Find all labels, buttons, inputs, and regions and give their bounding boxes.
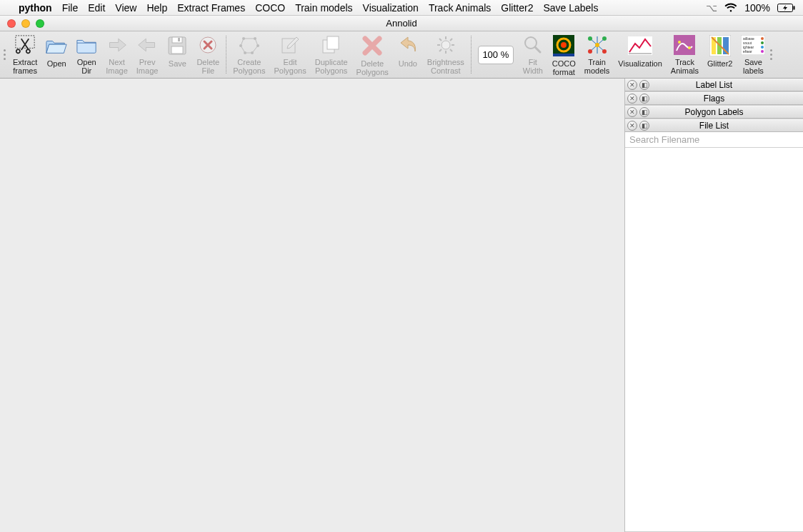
delete-file-button[interactable]: Delete File	[192, 33, 224, 76]
coco-icon	[553, 35, 574, 56]
scissors-icon	[15, 35, 35, 55]
svg-rect-2	[16, 36, 34, 49]
panel-polygon-labels: ✕ ◧ Polygon Labels	[625, 106, 803, 119]
pencil-edit-icon	[281, 35, 299, 55]
window-zoom-button[interactable]	[36, 19, 44, 28]
panel-detach-button[interactable]: ◧	[639, 107, 649, 117]
save-button[interactable]: Save	[162, 33, 192, 76]
menu-edit[interactable]: Edit	[88, 2, 105, 14]
svg-point-11	[251, 51, 254, 54]
zoom-value-box[interactable]: 100 %	[478, 46, 514, 64]
magnifier-icon	[524, 35, 542, 55]
panel-close-button[interactable]: ✕	[627, 121, 637, 131]
arrow-left-icon	[137, 35, 157, 55]
menu-help[interactable]: Help	[146, 2, 167, 14]
svg-point-17	[442, 41, 450, 49]
create-polygons-button[interactable]: Create Polygons	[229, 33, 269, 76]
svg-point-42	[761, 41, 764, 44]
duplicate-polygons-button[interactable]: Duplicate Polygons	[311, 33, 352, 76]
panel-detach-button[interactable]: ◧	[639, 94, 649, 104]
image-canvas[interactable]	[0, 79, 624, 532]
svg-point-24	[602, 36, 607, 41]
menu-file[interactable]: File	[62, 2, 79, 14]
file-list-body[interactable]	[625, 148, 803, 531]
svg-point-44	[761, 50, 764, 53]
visualization-button[interactable]: Visualization	[614, 33, 667, 76]
traffic-lights	[7, 19, 44, 28]
mac-menubar: python File Edit View Help Extract Frame…	[0, 0, 803, 16]
svg-point-12	[244, 51, 246, 54]
open-button[interactable]: Open	[41, 33, 71, 76]
delete-circle-icon	[199, 35, 217, 55]
panel-title: Flags	[625, 94, 803, 104]
network-nodes-icon	[587, 35, 608, 55]
svg-rect-1	[794, 6, 795, 9]
toolbar-grip[interactable]	[3, 36, 7, 74]
prev-image-button[interactable]: Prev Image	[132, 33, 163, 76]
svg-point-9	[254, 37, 256, 40]
menu-train-models[interactable]: Train models	[295, 2, 352, 14]
panel-title: File List	[625, 121, 803, 131]
save-labels-button[interactable]: ailbasesnoutighteareftear Save labels	[737, 33, 769, 76]
svg-point-43	[761, 46, 764, 49]
svg-rect-5	[171, 46, 183, 54]
wifi-icon[interactable]	[724, 3, 737, 13]
toolbar-grip[interactable]	[769, 36, 774, 74]
chart-line-icon	[628, 35, 652, 56]
menu-view[interactable]: View	[115, 2, 136, 14]
svg-rect-22	[553, 54, 574, 56]
panel-file-list: ✕ ◧ File List	[625, 119, 803, 532]
track-animals-button[interactable]: Track Animals	[667, 33, 703, 76]
x-delete-icon	[361, 35, 383, 56]
svg-point-21	[561, 42, 567, 48]
next-image-button[interactable]: Next Image	[101, 33, 132, 76]
svg-point-27	[595, 43, 599, 47]
fit-width-button[interactable]: Fit Width	[518, 33, 548, 76]
train-models-button[interactable]: Train models	[580, 33, 614, 76]
menu-glitter2[interactable]: Glitter2	[501, 2, 533, 14]
menu-extract-frames[interactable]: Extract Frames	[177, 2, 245, 14]
glitter2-button[interactable]: Glitter2	[703, 33, 737, 76]
svg-point-30	[678, 41, 681, 44]
window-title: Annolid	[386, 18, 417, 29]
folder-icon	[76, 35, 97, 55]
panel-label-list: ✕ ◧ Label List	[625, 79, 803, 92]
svg-rect-6	[178, 38, 180, 41]
svg-text:eftear: eftear	[743, 49, 752, 54]
window-titlebar: Annolid	[0, 16, 803, 31]
bluetooth-icon[interactable]: ⌥	[706, 2, 717, 14]
polygon-create-icon	[239, 35, 259, 55]
extract-frames-button[interactable]: Extract frames	[9, 33, 41, 76]
brightness-contrast-button[interactable]: Brightness Contrast	[423, 33, 469, 76]
window-minimize-button[interactable]	[21, 19, 30, 28]
panel-close-button[interactable]: ✕	[627, 94, 637, 104]
glitter-icon	[709, 35, 731, 56]
panel-close-button[interactable]: ✕	[627, 80, 637, 90]
toolbar-separator	[226, 36, 226, 74]
window-close-button[interactable]	[7, 19, 16, 28]
side-panels: ✕ ◧ Label List ✕ ◧ Flags ✕ ◧ Polygon Lab…	[624, 79, 803, 532]
menu-save-labels[interactable]: Save Labels	[543, 2, 598, 14]
panel-flags: ✕ ◧ Flags	[625, 92, 803, 106]
panel-detach-button[interactable]: ◧	[639, 121, 649, 131]
svg-point-13	[239, 44, 242, 47]
floppy-disk-icon	[168, 35, 186, 56]
panel-close-button[interactable]: ✕	[627, 107, 637, 117]
undo-arrow-icon	[398, 35, 418, 56]
app-name[interactable]: python	[19, 2, 52, 14]
edit-polygons-button[interactable]: Edit Polygons	[269, 33, 310, 76]
svg-point-41	[761, 37, 764, 40]
undo-button[interactable]: Undo	[393, 33, 423, 76]
delete-polygons-button[interactable]: Delete Polygons	[352, 33, 393, 76]
open-dir-button[interactable]: Open Dir	[71, 33, 101, 76]
menu-track-animals[interactable]: Track Animals	[429, 2, 491, 14]
toolbar-separator	[471, 36, 472, 74]
menu-visualization[interactable]: Visualization	[363, 2, 419, 14]
battery-icon	[777, 3, 796, 13]
svg-point-8	[242, 37, 245, 40]
coco-format-button[interactable]: COCO format	[548, 33, 580, 76]
zoom-value: 100 %	[482, 49, 509, 60]
panel-detach-button[interactable]: ◧	[639, 80, 649, 90]
filelist-search-input[interactable]	[625, 132, 803, 148]
menu-coco[interactable]: COCO	[255, 2, 285, 14]
